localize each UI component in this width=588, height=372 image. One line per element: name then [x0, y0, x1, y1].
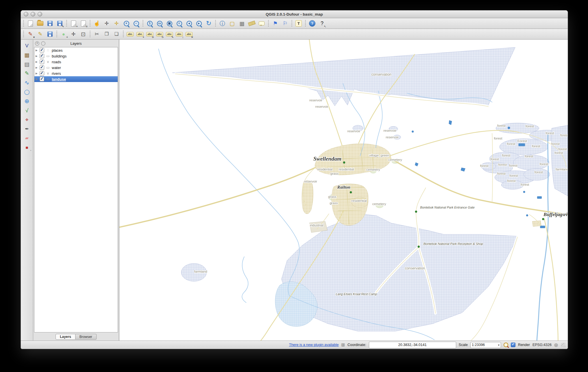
open-attribute-table-icon[interactable]: ▦ — [237, 19, 247, 28]
node-tool-icon[interactable]: ⊡ — [79, 30, 88, 38]
crs-status-icon[interactable]: ◎ — [554, 342, 558, 347]
map-tips-icon[interactable] — [257, 19, 266, 28]
add-raster-layer-icon[interactable]: ▦ — [22, 51, 32, 59]
layer-name: places — [52, 48, 63, 53]
layer-visibility-checkbox[interactable] — [40, 71, 44, 76]
pan-map-icon[interactable]: ✛ — [102, 19, 111, 28]
plugin-manager-icon[interactable]: ⊞ — [341, 342, 345, 347]
toggle-editing-icon[interactable]: ✎ — [36, 30, 45, 38]
add-feature-icon[interactable]: ●+ — [59, 30, 68, 38]
copy-features-icon[interactable]: ❐ — [102, 30, 111, 38]
layer-visibility-checkbox[interactable] — [40, 65, 44, 70]
save-project-as-icon[interactable]: ✎ — [55, 19, 64, 28]
circle-plugin-icon[interactable]: ◯ — [22, 88, 32, 96]
gps-tools-icon[interactable]: ⌖ — [22, 115, 32, 124]
map-label: forest — [497, 172, 506, 175]
plugin-available-link[interactable]: There is a new plugin available — [289, 343, 339, 347]
new-bookmark-icon[interactable]: ⚑ — [271, 19, 280, 28]
select-features-icon[interactable]: ▢ — [228, 19, 237, 28]
save-layer-edits-icon[interactable] — [45, 30, 55, 38]
new-composer-icon[interactable]: + — [69, 19, 78, 28]
expand-arrow[interactable]: ▶ — [36, 66, 38, 69]
layer-item-landuse[interactable]: ▶▭landuse — [34, 76, 118, 82]
map-label: conservation — [405, 266, 425, 270]
qgis-window: QGIS 2.0.1-Dufour - basic_map ✎+≡☝✛✛+−1▭… — [21, 10, 568, 349]
layer-item-places[interactable]: ▶∴places — [34, 47, 118, 53]
show-hide-labels-icon[interactable]: abc✕ — [184, 30, 194, 38]
expand-arrow[interactable]: ▶ — [36, 55, 38, 57]
coordinate-input[interactable] — [369, 342, 456, 348]
labeling-options-icon[interactable]: abc — [125, 30, 135, 38]
layer-visibility-checkbox[interactable] — [40, 77, 44, 81]
add-label-icon[interactable]: abc+ — [135, 30, 145, 38]
zoom-out-icon[interactable]: − — [132, 19, 141, 28]
cut-features-icon[interactable]: ✂ — [92, 30, 101, 38]
zoom-next-icon[interactable]: ▸ — [194, 19, 204, 28]
scale-combobox[interactable]: 1:23396 ▾ — [470, 342, 501, 348]
web-plugin-icon[interactable]: ⊕ — [22, 97, 32, 105]
layer-item-buildings[interactable]: ▶▭buildings — [34, 53, 118, 59]
paste-features-icon[interactable]: ❏ — [112, 30, 121, 38]
map-label: Bontebok National Park Reception & Shop — [424, 242, 483, 245]
epsg-status[interactable]: EPSG:4326 — [532, 343, 552, 347]
render-checkbox[interactable] — [511, 343, 515, 347]
add-vector-layer-icon[interactable]: V — [22, 41, 32, 50]
scale-magnifier-icon[interactable] — [504, 343, 508, 347]
maximize-button[interactable] — [38, 12, 42, 16]
touch-zoom-icon[interactable]: ☝ — [92, 19, 101, 28]
layer-visibility-checkbox[interactable] — [40, 59, 44, 64]
tab-layers[interactable]: Layers — [56, 334, 75, 340]
change-label-icon[interactable]: abc✎ — [165, 30, 174, 38]
panel-detach-button[interactable]: ▫ — [41, 41, 45, 46]
move-feature-icon[interactable]: ✛ — [69, 30, 78, 38]
expand-arrow[interactable]: ▶ — [36, 72, 38, 75]
tab-browser[interactable]: Browser — [75, 334, 97, 340]
map-label: forest — [521, 183, 529, 186]
pin-label-icon[interactable]: abc↕ — [175, 30, 184, 38]
zoom-last-icon[interactable]: ◂ — [184, 19, 194, 28]
measure-line-icon[interactable] — [247, 19, 256, 28]
annotation-pen-icon[interactable]: ✎ — [22, 69, 32, 78]
checker-plugin-icon[interactable]: √ — [22, 106, 32, 115]
zoom-full-icon[interactable]: ▭ — [155, 19, 164, 28]
eraser-plugin-icon[interactable]: ▰ — [22, 134, 32, 142]
refresh-map-icon[interactable]: ↻ — [204, 19, 213, 28]
main-road-west — [119, 168, 315, 228]
composer-manager-icon[interactable]: ≡ — [79, 19, 88, 28]
zoom-to-layer-icon[interactable]: ≡ — [175, 19, 184, 28]
add-database-layer-icon[interactable]: ▤ — [22, 60, 32, 68]
identify-features-icon[interactable]: ⓘ — [218, 19, 227, 28]
help-icon[interactable]: ? — [308, 19, 317, 28]
zoom-actual-icon[interactable]: 1 — [145, 19, 154, 28]
expand-arrow[interactable]: ▶ — [36, 78, 38, 81]
layer-visibility-checkbox[interactable] — [40, 54, 44, 58]
expand-arrow[interactable]: ▶ — [36, 60, 38, 63]
rotate-label-icon[interactable]: abc↻ — [155, 30, 164, 38]
map-label: forest — [502, 153, 511, 157]
panel-close-button[interactable]: ✕ — [35, 41, 39, 46]
open-project-icon[interactable] — [36, 19, 45, 28]
close-button[interactable] — [24, 12, 28, 16]
layer-visibility-checkbox[interactable] — [40, 48, 44, 53]
layer-item-rivers[interactable]: ▶∨rivers — [34, 70, 118, 76]
map-canvas[interactable]: conservationreservoirreservoirreservoirr… — [119, 40, 568, 341]
expand-arrow[interactable]: ▶ — [36, 49, 38, 52]
layer-name: roads — [52, 60, 61, 64]
zoom-to-selection-icon[interactable]: ▣ — [165, 19, 174, 28]
show-bookmarks-icon[interactable]: ⚐ — [280, 19, 290, 28]
new-project-icon[interactable] — [26, 19, 35, 28]
text-annotation-icon[interactable]: T — [294, 19, 303, 28]
pin-plugin-icon[interactable]: ✒ — [22, 124, 32, 133]
pan-to-selection-icon[interactable]: ✛ — [112, 19, 121, 28]
current-edits-icon[interactable]: ✎▾ — [26, 30, 35, 38]
resize-grip[interactable] — [561, 343, 565, 347]
save-project-icon[interactable] — [45, 19, 55, 28]
zoom-in-icon[interactable]: + — [122, 19, 131, 28]
move-label-icon[interactable]: abc✛ — [145, 30, 154, 38]
minimize-button[interactable] — [31, 12, 35, 16]
spline-plugin-icon[interactable]: ∿ — [22, 78, 32, 87]
whats-this-icon[interactable]: ?↖ — [317, 19, 327, 28]
layer-item-roads[interactable]: ▶∨roads — [34, 59, 118, 65]
layer-item-water[interactable]: ▶▭water — [34, 65, 118, 70]
plugin-builder-icon[interactable]: ■▫ — [22, 143, 32, 152]
